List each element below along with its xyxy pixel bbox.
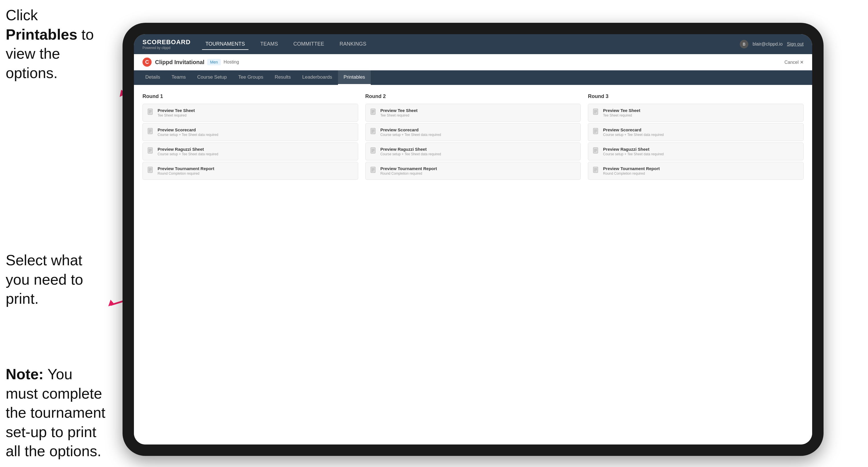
- r2-raguzzi-icon: [370, 147, 377, 155]
- tournament-bar: C Clippd Invitational Men Hosting Cancel…: [134, 54, 812, 70]
- tee-sheet-icon: [147, 108, 154, 117]
- r3-raguzzi-card[interactable]: Preview Raguzzi Sheet Course setup + Tee…: [588, 143, 804, 160]
- tab-results[interactable]: Results: [269, 70, 297, 85]
- user-email: blair@clippd.io: [752, 41, 782, 47]
- user-avatar: B: [740, 40, 748, 49]
- round-1-section: Round 1: [143, 93, 358, 180]
- r2-scorecard-card[interactable]: Preview Scorecard Course setup + Tee She…: [365, 123, 581, 141]
- rounds-grid: Round 1: [143, 93, 804, 180]
- brand-sub: Powered by clippd: [143, 46, 191, 50]
- r2-tee-sheet-sub: Tee Sheet required: [380, 114, 418, 117]
- r3-raguzzi-title: Preview Raguzzi Sheet: [603, 147, 664, 152]
- r2-tournament-report-icon: [370, 167, 377, 175]
- r1-raguzzi-title: Preview Raguzzi Sheet: [158, 147, 218, 152]
- r2-tee-sheet-title: Preview Tee Sheet: [380, 108, 418, 113]
- r1-scorecard-card[interactable]: Preview Scorecard Course setup + Tee She…: [143, 123, 358, 141]
- round-3-title: Round 3: [588, 93, 804, 99]
- annotation-bottom: Note: You must complete the tournament s…: [6, 365, 108, 461]
- round-2-title: Round 2: [365, 93, 581, 99]
- r3-tournament-report-sub: Round Completion required: [603, 172, 660, 176]
- r3-raguzzi-icon: [593, 147, 599, 155]
- tab-course-setup[interactable]: Course Setup: [191, 70, 232, 85]
- r3-scorecard-sub: Course setup + Tee Sheet data required: [603, 133, 664, 137]
- r3-tee-sheet-sub: Tee Sheet required: [603, 114, 640, 117]
- round-2-cards: Preview Tee Sheet Tee Sheet required Pre…: [365, 104, 581, 180]
- main-content: Round 1: [134, 85, 812, 444]
- r1-tournament-report-sub: Round Completion required: [158, 172, 214, 176]
- tab-leaderboards[interactable]: Leaderboards: [297, 70, 338, 85]
- round-3-section: Round 3 Preview Tee Sheet Tee Sheet requ…: [588, 93, 804, 180]
- r1-scorecard-title: Preview Scorecard: [158, 127, 218, 132]
- tournament-report-icon: [147, 167, 154, 175]
- printables-bold: Printables: [6, 26, 77, 43]
- tournament-name: Clippd Invitational: [155, 59, 204, 65]
- raguzzi-icon: [147, 147, 154, 155]
- note-bold: Note:: [6, 366, 43, 382]
- sign-out-link[interactable]: Sign out: [787, 41, 804, 47]
- brand: SCOREBOARD Powered by clippd: [143, 38, 191, 50]
- nav-committee[interactable]: COMMITTEE: [290, 39, 328, 50]
- annotation-mid: Select what you need to print.: [6, 251, 102, 309]
- brand-title: SCOREBOARD: [143, 38, 191, 46]
- r3-scorecard-title: Preview Scorecard: [603, 127, 664, 132]
- r2-raguzzi-card[interactable]: Preview Raguzzi Sheet Course setup + Tee…: [365, 143, 581, 160]
- r3-tee-sheet-icon: [593, 108, 599, 117]
- tab-tee-groups[interactable]: Tee Groups: [232, 70, 269, 85]
- r2-tee-sheet-icon: [370, 108, 377, 117]
- nav-tournaments[interactable]: TOURNAMENTS: [202, 39, 248, 50]
- r1-tournament-report-title: Preview Tournament Report: [158, 166, 214, 171]
- scorecard-icon: [147, 128, 154, 136]
- r3-tournament-report-card[interactable]: Preview Tournament Report Round Completi…: [588, 162, 804, 180]
- round-2-section: Round 2 Preview Tee Sheet Tee Sheet requ…: [365, 93, 581, 180]
- r2-tournament-report-card[interactable]: Preview Tournament Report Round Completi…: [365, 162, 581, 180]
- top-nav-links: TOURNAMENTS TEAMS COMMITTEE RANKINGS: [202, 39, 740, 50]
- r2-raguzzi-title: Preview Raguzzi Sheet: [380, 147, 441, 152]
- cancel-button[interactable]: Cancel ✕: [784, 60, 804, 65]
- r2-scorecard-title: Preview Scorecard: [380, 127, 441, 132]
- tablet-device: SCOREBOARD Powered by clippd TOURNAMENTS…: [123, 23, 824, 456]
- round-3-cards: Preview Tee Sheet Tee Sheet required Pre…: [588, 104, 804, 180]
- top-nav: SCOREBOARD Powered by clippd TOURNAMENTS…: [134, 34, 812, 54]
- r1-tee-sheet-card[interactable]: Preview Tee Sheet Tee Sheet required: [143, 104, 358, 122]
- tournament-logo: C: [143, 58, 152, 67]
- r3-tee-sheet-title: Preview Tee Sheet: [603, 108, 640, 113]
- r3-tournament-report-icon: [593, 167, 599, 175]
- round-1-title: Round 1: [143, 93, 358, 99]
- r3-tournament-report-title: Preview Tournament Report: [603, 166, 660, 171]
- r2-tee-sheet-card[interactable]: Preview Tee Sheet Tee Sheet required: [365, 104, 581, 122]
- tab-teams[interactable]: Teams: [166, 70, 191, 85]
- tablet-screen: SCOREBOARD Powered by clippd TOURNAMENTS…: [134, 34, 812, 444]
- r3-scorecard-card[interactable]: Preview Scorecard Course setup + Tee She…: [588, 123, 804, 141]
- r3-tee-sheet-card[interactable]: Preview Tee Sheet Tee Sheet required: [588, 104, 804, 122]
- tournament-hosting: Hosting: [224, 60, 239, 65]
- r2-tournament-report-sub: Round Completion required: [380, 172, 437, 176]
- sub-nav: Details Teams Course Setup Tee Groups Re…: [134, 70, 812, 85]
- r2-raguzzi-sub: Course setup + Tee Sheet data required: [380, 152, 441, 156]
- r2-tournament-report-title: Preview Tournament Report: [380, 166, 437, 171]
- r1-scorecard-sub: Course setup + Tee Sheet data required: [158, 133, 218, 137]
- r1-tee-sheet-sub: Tee Sheet required: [158, 114, 195, 117]
- annotation-top: Click Printables to view the options.: [6, 6, 97, 83]
- top-nav-right: B blair@clippd.io Sign out: [740, 40, 804, 49]
- r2-scorecard-sub: Course setup + Tee Sheet data required: [380, 133, 441, 137]
- r1-tee-sheet-title: Preview Tee Sheet: [158, 108, 195, 113]
- nav-teams[interactable]: TEAMS: [257, 39, 282, 50]
- r1-raguzzi-card[interactable]: Preview Raguzzi Sheet Course setup + Tee…: [143, 143, 358, 160]
- r3-raguzzi-sub: Course setup + Tee Sheet data required: [603, 152, 664, 156]
- round-1-cards: Preview Tee Sheet Tee Sheet required: [143, 104, 358, 180]
- tab-details[interactable]: Details: [140, 70, 166, 85]
- r1-raguzzi-sub: Course setup + Tee Sheet data required: [158, 152, 218, 156]
- tournament-badge: Men: [207, 59, 221, 65]
- r2-scorecard-icon: [370, 128, 377, 136]
- tab-printables[interactable]: Printables: [338, 70, 371, 85]
- r1-tournament-report-card[interactable]: Preview Tournament Report Round Completi…: [143, 162, 358, 180]
- r3-scorecard-icon: [593, 128, 599, 136]
- nav-rankings[interactable]: RANKINGS: [336, 39, 370, 50]
